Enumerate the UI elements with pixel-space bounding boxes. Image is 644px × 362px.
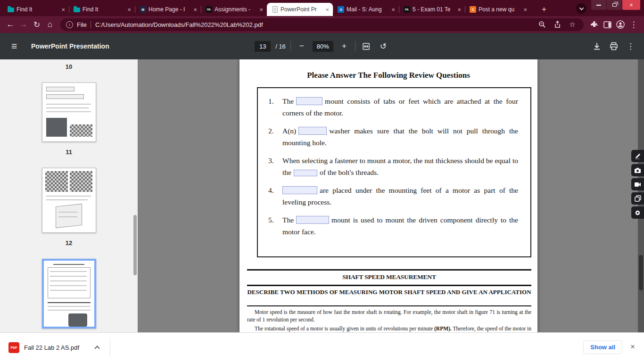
bookmark-star-icon[interactable]: ☆: [567, 19, 578, 30]
question-number: 5.: [268, 214, 282, 238]
m-logo-icon: M: [140, 6, 146, 13]
tab-mail[interactable]: O Mail - S: Aung ×: [333, 3, 399, 16]
tab-title: PowerPoint Pr: [281, 6, 323, 13]
restore-button[interactable]: [607, 0, 622, 10]
tab-close-icon[interactable]: ×: [127, 7, 131, 13]
pdf-more-menu-icon[interactable]: ⋮: [627, 40, 635, 52]
pdf-page-controls: 13 / 16 − 80% + ↺: [255, 33, 389, 59]
pdf-file-icon: PDF: [8, 342, 19, 353]
question-text: Themount is used to mount the driven com…: [282, 214, 518, 238]
tab-strip: Find It × Find It × M Home Page - I × D2…: [0, 0, 644, 16]
thumbnail-label-10: 10: [0, 63, 138, 70]
question-item: 5. Themount is used to mount the driven …: [268, 214, 518, 238]
chevron-up-icon[interactable]: [94, 346, 99, 351]
form-field-blank[interactable]: [298, 127, 327, 135]
tab-assignments[interactable]: D2L Assignments - ×: [201, 3, 267, 16]
settings-gear-button[interactable]: [631, 206, 644, 219]
downloads-close-icon[interactable]: ×: [627, 342, 638, 352]
zoom-out-button[interactable]: −: [296, 40, 308, 52]
question-item: 2. A(n)washer makes sure that the bolt w…: [268, 125, 518, 148]
cengage-icon: C: [470, 6, 476, 13]
tab-close-icon[interactable]: ×: [61, 7, 65, 13]
tab-close-icon[interactable]: ×: [391, 7, 395, 13]
annotate-pen-button[interactable]: [631, 150, 644, 162]
page-title: Please Answer The Following Review Quest…: [239, 71, 537, 80]
thumbnail-page-13-selected[interactable]: [42, 259, 96, 329]
pdf-viewer: Please Answer The Following Review Quest…: [138, 59, 644, 332]
pdf-toolbar: ≡ PowerPoint Presentation 13 / 16 − 80% …: [0, 33, 644, 59]
form-field-blank[interactable]: [296, 216, 329, 224]
new-tab-button[interactable]: +: [538, 4, 550, 15]
record-video-button[interactable]: [631, 178, 644, 190]
paragraph-2: The rotational speed of a motor is usual…: [247, 325, 531, 332]
extensions-icon[interactable]: [587, 18, 601, 31]
pdf-menu-icon[interactable]: ≡: [11, 41, 17, 51]
scrollbar-thumb[interactable]: [639, 255, 643, 290]
pdf-document-icon: [272, 6, 278, 13]
shaft-speed-heading: SHAFT SPEED MEASUREMENT: [247, 273, 531, 281]
download-filename: Fall 22 Lab 2 AS.pdf: [24, 344, 79, 351]
body-paragraphs: Motor speed is the measure of how fast t…: [247, 309, 531, 332]
browser-menu-icon[interactable]: ⋮: [627, 18, 640, 31]
pdf-actions: ⋮: [593, 40, 635, 52]
tab-find-it-2[interactable]: Find It ×: [69, 3, 135, 16]
screenshot-camera-button[interactable]: [631, 164, 644, 176]
minimize-button[interactable]: [591, 0, 606, 10]
form-field-blank[interactable]: [296, 97, 322, 105]
close-button[interactable]: ×: [622, 0, 640, 10]
tab-search-button[interactable]: [576, 3, 586, 14]
download-button[interactable]: [593, 42, 601, 50]
fit-to-page-button[interactable]: [360, 40, 372, 52]
folder-icon: [8, 6, 14, 13]
tab-exam[interactable]: D2L 5 - Exam 01 Te ×: [399, 3, 465, 16]
tab-find-it-1[interactable]: Find It ×: [3, 3, 69, 16]
page-info-icon[interactable]: i: [66, 21, 73, 28]
sidebar-scrollbar[interactable]: [133, 215, 137, 275]
print-button[interactable]: [610, 42, 618, 50]
zoom-icon[interactable]: [537, 19, 548, 30]
show-all-button[interactable]: Show all: [583, 340, 622, 354]
minimize-icon: [596, 5, 601, 6]
url-text[interactable]: C:/Users/Automation/Downloads/Fall%2022%…: [95, 21, 533, 28]
thumbnail-label-11: 11: [0, 148, 138, 156]
reload-button[interactable]: ↻: [30, 18, 43, 31]
zoom-level-input[interactable]: 80%: [313, 41, 333, 52]
tab-close-icon[interactable]: ×: [325, 7, 329, 13]
question-number: 2.: [268, 125, 282, 148]
thumbnail-page-12[interactable]: [42, 168, 96, 233]
downloads-bar: PDF Fall 22 Lab 2 AS.pdf Show all ×: [0, 332, 644, 362]
back-button[interactable]: ←: [4, 18, 17, 31]
section-rule: [247, 269, 531, 271]
profile-avatar-icon[interactable]: [614, 18, 627, 31]
tab-close-icon[interactable]: ×: [259, 7, 263, 13]
page-number-input[interactable]: 13: [255, 41, 271, 52]
tabs-container: Find It × Find It × M Home Page - I × D2…: [3, 3, 531, 16]
zoom-in-button[interactable]: +: [338, 40, 350, 52]
tab-close-icon[interactable]: ×: [523, 7, 527, 13]
question-number: 4.: [268, 184, 282, 208]
tab-home-page[interactable]: M Home Page - I ×: [135, 3, 201, 16]
download-item[interactable]: PDF Fall 22 Lab 2 AS.pdf: [8, 333, 99, 362]
d2l-logo-icon: D2L: [404, 6, 410, 13]
url-scheme-label: File: [77, 21, 87, 28]
tab-powerpoint-active[interactable]: PowerPoint Pr ×: [267, 3, 333, 16]
url-divider: [91, 21, 91, 28]
question-number: 3.: [268, 155, 282, 178]
share-icon[interactable]: [552, 19, 563, 30]
navigation-toolbar: ← → ↻ ⌂ i File C:/Users/Automation/Downl…: [0, 16, 644, 33]
address-bar[interactable]: i File C:/Users/Automation/Downloads/Fal…: [60, 18, 584, 31]
tab-post-question[interactable]: C Post a new qu ×: [465, 3, 531, 16]
rotate-button[interactable]: ↺: [377, 40, 389, 52]
side-panel-icon[interactable]: [601, 18, 614, 31]
tab-close-icon[interactable]: ×: [193, 7, 197, 13]
forward-button[interactable]: →: [17, 18, 30, 31]
form-field-blank[interactable]: [282, 186, 317, 194]
tab-close-icon[interactable]: ×: [457, 7, 461, 13]
d2l-logo-icon: D2L: [206, 6, 212, 13]
home-button[interactable]: ⌂: [43, 18, 57, 31]
thumbnail-page-11[interactable]: [42, 82, 96, 142]
copy-pages-button[interactable]: [631, 192, 644, 205]
section-rule: [247, 305, 531, 306]
question-text: When selecting a fastener to mount a mot…: [282, 155, 518, 178]
form-field-blank[interactable]: [294, 170, 317, 176]
